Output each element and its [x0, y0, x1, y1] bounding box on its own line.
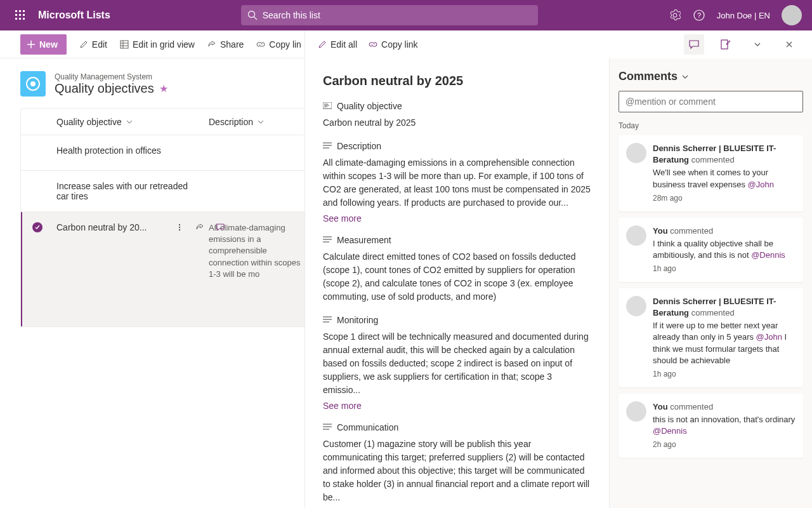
- field-label: Quality objective: [323, 101, 591, 111]
- comment-input[interactable]: [619, 91, 803, 112]
- comment-card: Dennis Scherrer | BLUESITE IT-Beratung c…: [619, 135, 803, 211]
- svg-rect-2: [23, 10, 25, 12]
- comment-text: We'll see when it comes to your business…: [653, 167, 796, 190]
- see-more-link[interactable]: See more: [323, 213, 362, 224]
- comment-avatar: [626, 143, 646, 163]
- chevron-down-icon: [257, 118, 265, 126]
- svg-rect-8: [23, 18, 25, 20]
- column-header-description[interactable]: Description: [209, 117, 265, 127]
- edit-form-icon[interactable]: [716, 34, 736, 55]
- field-label: Measurement: [323, 235, 591, 245]
- comments-panel: Comments Today Dennis Scherrer | BLUESIT…: [609, 58, 812, 508]
- new-button-label: New: [39, 39, 58, 50]
- svg-text:?: ?: [697, 11, 701, 19]
- comment-avatar: [626, 296, 646, 316]
- chevron-down-icon: [126, 118, 133, 126]
- search-input[interactable]: Search this list: [241, 5, 538, 25]
- comment-author: You: [653, 402, 668, 411]
- comment-verb: commented: [691, 155, 735, 164]
- settings-icon[interactable]: [669, 9, 681, 22]
- row-title: Health protection in offices: [56, 145, 209, 156]
- more-icon[interactable]: [173, 221, 186, 234]
- pencil-icon: [318, 40, 327, 49]
- share-row-icon[interactable]: [193, 221, 206, 234]
- column-header-objective[interactable]: Quality objective: [56, 117, 209, 127]
- comment-verb: commented: [691, 308, 735, 318]
- svg-rect-1: [19, 10, 21, 12]
- field-label: Communication: [323, 422, 591, 432]
- user-avatar[interactable]: [782, 5, 802, 25]
- comment-verb: commented: [670, 226, 713, 236]
- field-value: Carbon neutral by 2025: [323, 116, 591, 130]
- comments-toggle-icon[interactable]: [684, 34, 704, 55]
- svg-rect-3: [15, 14, 17, 16]
- list-icon: [20, 71, 46, 97]
- user-label[interactable]: John Doe | EN: [717, 11, 770, 20]
- svg-point-19: [179, 227, 180, 228]
- edit-all-button[interactable]: Edit all: [318, 39, 357, 50]
- comment-card: You commentedI think a quality objective…: [619, 218, 803, 282]
- row-title: Increase sales with our retreaded car ti…: [56, 181, 209, 201]
- field-value: Customer (1) magazine story will be publ…: [323, 438, 591, 504]
- breadcrumb[interactable]: Quality Management System: [55, 72, 168, 81]
- close-icon[interactable]: [779, 34, 799, 55]
- svg-rect-7: [19, 18, 21, 20]
- comment-text: I think a quality objective shall be amb…: [653, 238, 796, 261]
- list-table: Quality objective Description Health pro…: [20, 108, 312, 327]
- comment-time: 28m ago: [653, 193, 796, 204]
- comment-author: You: [653, 226, 668, 236]
- help-icon[interactable]: ?: [693, 9, 705, 22]
- comments-heading[interactable]: Comments: [619, 70, 803, 83]
- mention[interactable]: @Dennis: [751, 250, 785, 260]
- mention[interactable]: @John: [756, 332, 782, 342]
- table-row[interactable]: Health protection in offices: [21, 135, 311, 171]
- detail-copy-link-button[interactable]: Copy link: [369, 39, 418, 50]
- table-row[interactable]: Increase sales with our retreaded car ti…: [21, 171, 311, 212]
- new-button[interactable]: New: [20, 34, 67, 55]
- command-bar: New Edit Edit in grid view Share Copy li…: [0, 30, 812, 58]
- grid-icon: [120, 40, 129, 49]
- comment-verb: commented: [670, 402, 713, 411]
- svg-point-18: [179, 224, 180, 225]
- pencil-icon: [79, 40, 88, 49]
- field-value: All climate-damaging emissions in a comp…: [323, 156, 591, 210]
- svg-rect-0: [15, 10, 17, 12]
- field-value: Scope 1 direct will be technically measu…: [323, 330, 591, 397]
- share-button[interactable]: Share: [207, 39, 244, 50]
- table-row[interactable]: Carbon neutral by 20... All climate-dama…: [21, 212, 311, 326]
- comment-row-icon[interactable]: [214, 221, 226, 234]
- detail-title: Carbon neutral by 2025: [323, 74, 591, 88]
- field-value: Calculate direct emitted tones of CO2 ba…: [323, 250, 591, 304]
- search-icon: [247, 10, 258, 20]
- app-launcher-icon[interactable]: [5, 10, 36, 20]
- chevron-down-icon: [681, 73, 689, 81]
- mention[interactable]: @Dennis: [653, 426, 687, 436]
- edit-grid-button[interactable]: Edit in grid view: [120, 39, 195, 50]
- svg-rect-5: [23, 14, 25, 16]
- svg-line-10: [254, 17, 257, 20]
- comment-text: If it were up to me better next year alr…: [653, 320, 796, 366]
- field-label: Monitoring: [323, 315, 591, 325]
- link-icon: [256, 40, 265, 49]
- svg-rect-4: [19, 14, 21, 16]
- see-more-link[interactable]: See more: [323, 401, 362, 411]
- edit-button[interactable]: Edit: [79, 39, 107, 50]
- copy-link-button[interactable]: Copy lin: [256, 39, 301, 50]
- mention[interactable]: @John: [748, 180, 774, 189]
- comment-time: 1h ago: [653, 264, 796, 274]
- svg-rect-13: [121, 41, 128, 48]
- comment-card: Dennis Scherrer | BLUESITE IT-Beratung c…: [619, 288, 803, 387]
- detail-command-bar: Edit all Copy link: [304, 30, 812, 58]
- comments-day-label: Today: [619, 121, 803, 130]
- field-label: Description: [323, 141, 591, 151]
- comment-avatar: [626, 225, 646, 246]
- list-title: Quality objectives★: [55, 81, 168, 96]
- chevron-down-icon[interactable]: [747, 34, 768, 55]
- search-placeholder: Search this list: [263, 10, 320, 20]
- comment-time: 1h ago: [653, 369, 796, 380]
- row-selected-icon[interactable]: [32, 222, 43, 232]
- top-bar: Microsoft Lists Search this list ? John …: [0, 0, 812, 30]
- favorite-star-icon[interactable]: ★: [159, 83, 168, 95]
- brand-label: Microsoft Lists: [38, 10, 110, 21]
- svg-point-20: [179, 229, 180, 231]
